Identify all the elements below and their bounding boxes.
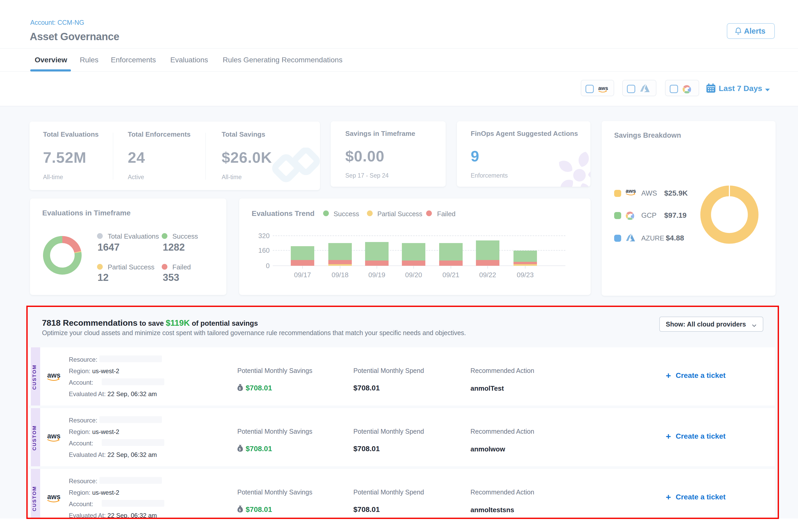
svg-text:aws: aws (598, 85, 608, 91)
